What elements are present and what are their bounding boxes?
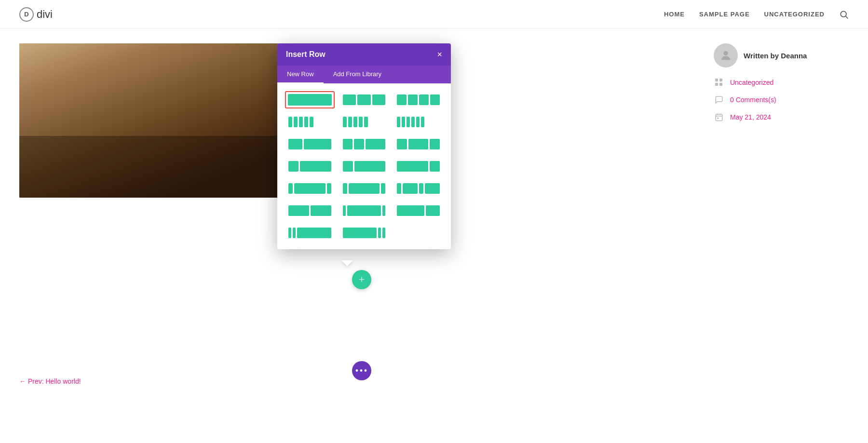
- col-block: [426, 205, 440, 216]
- layout-1-2[interactable]: [285, 135, 335, 153]
- col-block: [343, 117, 347, 127]
- modal-close-button[interactable]: ×: [437, 50, 442, 59]
- meta-date: May 21, 2024: [714, 112, 849, 122]
- modal-arrow: [328, 260, 366, 270]
- col-block: [411, 117, 415, 127]
- svg-point-2: [723, 51, 728, 55]
- category-link[interactable]: Uncategorized: [730, 79, 773, 86]
- col-block: [378, 228, 381, 238]
- sidebar-meta: Uncategorized 0 Comments(s): [714, 77, 849, 122]
- comment-icon: [714, 94, 724, 105]
- col-block: [288, 139, 302, 149]
- author-section: Written by Deanna: [714, 43, 849, 67]
- tab-add-from-library[interactable]: Add From Library: [324, 66, 391, 83]
- col-block: [294, 183, 326, 194]
- modal-body: [277, 83, 451, 249]
- layout-3-mixed[interactable]: [285, 180, 335, 197]
- layout-4col-v2[interactable]: [339, 113, 389, 131]
- grid-icon: [714, 77, 724, 88]
- nav-uncategorized[interactable]: UNCATEGORIZED: [764, 11, 825, 18]
- col-block: [397, 183, 401, 194]
- layout-grid: [285, 91, 443, 242]
- right-sidebar: Written by Deanna Uncategorized: [714, 43, 849, 198]
- col-block: [288, 161, 298, 172]
- layout-1col[interactable]: [285, 91, 335, 108]
- add-row-button[interactable]: +: [352, 270, 371, 289]
- layout-1-1[interactable]: [339, 135, 389, 153]
- layout-5col[interactable]: [393, 113, 443, 131]
- col-block: [288, 94, 332, 106]
- plus-icon: +: [359, 274, 365, 285]
- logo[interactable]: D divi: [19, 7, 53, 22]
- modal-header: Insert Row ×: [277, 43, 451, 66]
- layout-2col-equal[interactable]: [339, 91, 389, 108]
- author-name: Written by Deanna: [744, 52, 807, 60]
- col-block: [408, 94, 418, 105]
- nav-home[interactable]: HOME: [664, 11, 685, 18]
- avatar: [714, 43, 738, 67]
- layout-7a[interactable]: [285, 224, 335, 242]
- col-block: [407, 117, 410, 127]
- col-block: [300, 161, 331, 172]
- col-block: [366, 139, 385, 149]
- col-block: [421, 117, 424, 127]
- dots-icon: •••: [355, 366, 368, 376]
- col-block: [397, 94, 407, 105]
- comments-link[interactable]: 0 Comments(s): [730, 96, 776, 104]
- insert-row-modal[interactable]: Insert Row × New Row Add From Library: [277, 43, 451, 249]
- col-block: [288, 183, 293, 194]
- col-block: [397, 117, 400, 127]
- svg-line-1: [846, 16, 848, 18]
- layout-6a[interactable]: [285, 202, 335, 219]
- col-block: [354, 139, 364, 149]
- three-dots-button[interactable]: •••: [352, 361, 371, 380]
- layout-4col[interactable]: [285, 113, 335, 131]
- layout-7b[interactable]: [339, 224, 389, 242]
- layout-6c[interactable]: [393, 202, 443, 219]
- col-block: [416, 117, 420, 127]
- col-block: [343, 228, 377, 238]
- col-block: [304, 139, 331, 149]
- tab-new-row[interactable]: New Row: [277, 66, 324, 83]
- col-block: [288, 228, 291, 238]
- nav-sample-page[interactable]: SAMPLE PAGE: [699, 11, 750, 18]
- date-text: May 21, 2024: [730, 113, 771, 121]
- col-block: [343, 161, 353, 172]
- col-block: [343, 139, 353, 149]
- logo-text: divi: [37, 8, 53, 21]
- col-block: [288, 205, 309, 216]
- col-block: [297, 228, 331, 238]
- col-block: [408, 139, 428, 149]
- col-block: [364, 117, 368, 127]
- col-block: [353, 117, 357, 127]
- prev-link[interactable]: ← Prev: Hello world!: [19, 377, 81, 385]
- col-block: [304, 117, 308, 127]
- col-block: [372, 94, 386, 105]
- layout-5-mixed[interactable]: [393, 180, 443, 197]
- modal-tabs: New Row Add From Library: [277, 66, 451, 83]
- col-block: [419, 183, 423, 194]
- col-block: [288, 117, 292, 127]
- col-block: [430, 161, 440, 172]
- col-block: [382, 205, 385, 216]
- layout-lg-sm[interactable]: [393, 158, 443, 175]
- col-block: [348, 117, 352, 127]
- col-block: [359, 117, 363, 127]
- navigation: D divi HOME SAMPLE PAGE UNCATEGORIZED: [0, 0, 868, 29]
- layout-sm-lg[interactable]: [285, 158, 335, 175]
- layout-2-1[interactable]: [393, 135, 443, 153]
- layout-sm-lg-v2[interactable]: [339, 158, 389, 175]
- col-block: [349, 183, 380, 194]
- search-icon[interactable]: [839, 10, 849, 19]
- svg-rect-7: [716, 114, 722, 121]
- svg-rect-4: [719, 79, 722, 81]
- col-block: [425, 183, 440, 194]
- col-block: [343, 94, 356, 105]
- col-block: [403, 183, 418, 194]
- layout-6b[interactable]: [339, 202, 389, 219]
- layout-3col-equal[interactable]: [393, 91, 443, 108]
- col-block: [347, 205, 381, 216]
- col-block: [293, 228, 296, 238]
- layout-4-mixed[interactable]: [339, 180, 389, 197]
- svg-rect-6: [719, 83, 722, 86]
